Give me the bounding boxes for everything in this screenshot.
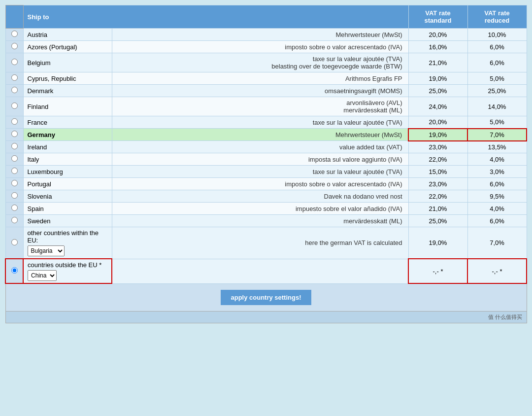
vat-reduced-rate: 6,0% — [467, 178, 527, 190]
country-name: Denmark — [23, 85, 112, 97]
country-radio[interactable] — [11, 217, 18, 223]
radio-cell — [5, 129, 23, 141]
table-row: Cyprus, RepublicArithmos Egrafis FP19,0%… — [5, 72, 527, 85]
apply-country-button[interactable]: apply country settings! — [221, 290, 311, 305]
table-row: Finlandarvonlisävero (AVL) mervärdesskat… — [5, 97, 527, 116]
radio-cell — [5, 72, 23, 85]
table-row: AustriaMehrwertsteuer (MwSt)20,0%10,0% — [5, 29, 527, 41]
eu-other-standard: 19,0% — [408, 227, 467, 259]
vat-reduced-rate: 3,0% — [467, 166, 527, 178]
vat-reduced-rate: 5,0% — [467, 116, 527, 129]
eu-other-reduced: 7,0% — [467, 227, 527, 259]
outside-eu-row: countries outside the EU *ChinaUSAJapan-… — [5, 259, 527, 283]
vat-standard-rate: 16,0% — [408, 41, 467, 53]
vat-standard-rate: 23,0% — [408, 178, 467, 190]
outside-eu-radio[interactable] — [11, 267, 18, 274]
vat-standard-rate: 22,0% — [408, 190, 467, 203]
radio-cell — [5, 97, 23, 116]
country-radio[interactable] — [11, 168, 18, 174]
vat-standard-rate: 25,0% — [408, 85, 467, 97]
eu-other-radio[interactable] — [11, 239, 18, 245]
country-radio[interactable] — [11, 43, 18, 49]
watermark-row: 值 什么值得买 — [5, 312, 527, 323]
country-name: Sweden — [23, 215, 112, 227]
radio-cell — [5, 166, 23, 178]
tax-name: imposta sul valore aggiunto (IVA) — [112, 153, 408, 166]
country-radio[interactable] — [11, 118, 18, 125]
tax-name: arvonlisävero (AVL) mervärdesskatt (ML) — [112, 97, 408, 116]
vat-standard-rate: 21,0% — [408, 53, 467, 72]
country-radio[interactable] — [11, 180, 18, 186]
country-radio[interactable] — [11, 192, 18, 199]
table-row: Italyimposta sul valore aggiunto (IVA)22… — [5, 153, 527, 166]
outside-eu-dropdown[interactable]: ChinaUSAJapan — [28, 270, 57, 281]
vat-standard-rate: 24,0% — [408, 97, 467, 116]
country-name: Finland — [23, 97, 112, 116]
table-row: Denmarkomsaetningsavgift (MOMS)25,0%25,0… — [5, 85, 527, 97]
tax-name: mervärdesskatt (ML) — [112, 215, 408, 227]
country-radio[interactable] — [11, 155, 18, 162]
vat-reduced-rate: 7,0% — [467, 129, 527, 141]
country-name: Cyprus, Republic — [23, 72, 112, 85]
tax-name: Mehrwertsteuer (MwSt) — [112, 129, 408, 141]
vat-reduced-rate: 6,0% — [467, 215, 527, 227]
vat-reduced-rate: 9,5% — [467, 190, 527, 203]
table-header: Ship to VAT rate standard VAT rate reduc… — [5, 5, 527, 29]
country-name: Azores (Portugal) — [23, 41, 112, 53]
tax-name: Mehrwertsteuer (MwSt) — [112, 29, 408, 41]
table-row: SloveniaDavek na dodano vred nost22,0%9,… — [5, 190, 527, 203]
outside-eu-country: countries outside the EU *ChinaUSAJapan — [23, 259, 112, 283]
radio-header-col — [5, 5, 23, 29]
table-row: Portugalimposto sobre o valor acrescenta… — [5, 178, 527, 190]
table-row: Francetaxe sur la valeur ajoutée (TVA)20… — [5, 116, 527, 129]
tax-name: value added tax (VAT) — [112, 141, 408, 153]
radio-cell — [5, 141, 23, 153]
vat-reduced-rate: 13,5% — [467, 141, 527, 153]
outside-eu-reduced: -,- * — [467, 259, 527, 283]
eu-other-country: other countries within the EU:BulgariaRo… — [23, 227, 112, 259]
radio-cell — [5, 53, 23, 72]
country-radio[interactable] — [11, 74, 18, 81]
table-row: GermanyMehrwertsteuer (MwSt)19,0%7,0% — [5, 129, 527, 141]
radio-cell — [5, 178, 23, 190]
radio-cell — [5, 116, 23, 129]
eu-other-desc: here the german VAT is calculated — [112, 227, 408, 259]
vat-standard-rate: 20,0% — [408, 29, 467, 41]
eu-other-radio-cell — [5, 227, 23, 259]
country-radio[interactable] — [11, 87, 18, 93]
tax-name: taxe sur la valeur ajoutée (TVA) — [112, 116, 408, 129]
eu-other-dropdown[interactable]: BulgariaRomaniaCroatia — [28, 245, 65, 256]
country-name: Italy — [23, 153, 112, 166]
country-radio[interactable] — [11, 131, 18, 137]
vat-standard-rate: 22,0% — [408, 153, 467, 166]
country-name: Spain — [23, 203, 112, 215]
country-name: Luxembourg — [23, 166, 112, 178]
vat-reduced-rate: 5,0% — [467, 72, 527, 85]
country-radio[interactable] — [11, 143, 18, 149]
table-row: Luxembourgtaxe sur la valeur ajoutée (TV… — [5, 166, 527, 178]
country-name: Germany — [23, 129, 112, 141]
radio-cell — [5, 153, 23, 166]
vat-reduced-rate: 4,0% — [467, 203, 527, 215]
ship-to-header: Ship to — [23, 5, 408, 29]
tax-name: omsaetningsavgift (MOMS) — [112, 85, 408, 97]
vat-standard-rate: 20,0% — [408, 116, 467, 129]
table-row: Irelandvalue added tax (VAT)23,0%13,5% — [5, 141, 527, 153]
country-radio[interactable] — [11, 59, 18, 65]
tax-name: impuesto sobre el valor añadido (IVA) — [112, 203, 408, 215]
country-radio[interactable] — [11, 103, 18, 109]
country-radio[interactable] — [11, 205, 18, 211]
tax-name: taxe sur la valeur ajoutée (TVA) belasti… — [112, 53, 408, 72]
table-row: Spainimpuesto sobre el valor añadido (IV… — [5, 203, 527, 215]
vat-reduced-rate: 4,0% — [467, 153, 527, 166]
watermark: 值 什么值得买 — [5, 312, 527, 323]
country-radio[interactable] — [11, 31, 18, 37]
apply-button-cell: apply country settings! — [5, 283, 527, 312]
vat-standard-rate: 15,0% — [408, 166, 467, 178]
vat-reduced-rate: 6,0% — [467, 41, 527, 53]
country-name: Portugal — [23, 178, 112, 190]
country-name: Slovenia — [23, 190, 112, 203]
tax-name: taxe sur la valeur ajoutée (TVA) — [112, 166, 408, 178]
table-row: Swedenmervärdesskatt (ML)25,0%6,0% — [5, 215, 527, 227]
vat-standard-rate: 21,0% — [408, 203, 467, 215]
